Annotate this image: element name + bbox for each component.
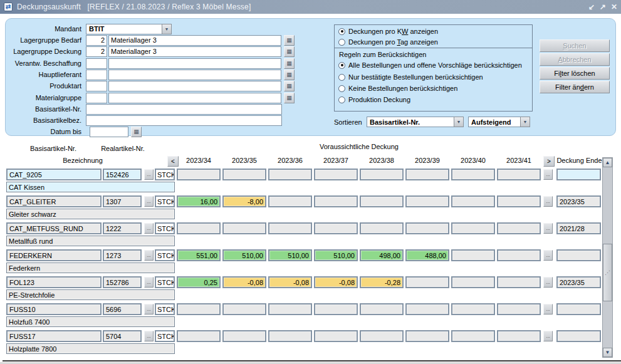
produktart-code-field[interactable] bbox=[86, 81, 107, 91]
article-lookup-button[interactable]: ... bbox=[144, 250, 154, 261]
chevron-down-icon[interactable]: ▼ bbox=[162, 24, 172, 34]
calendar-icon[interactable]: ▦ bbox=[131, 127, 142, 137]
verantw-beschaffung-text-field[interactable] bbox=[108, 58, 281, 69]
week-coverage-cell[interactable] bbox=[451, 303, 495, 315]
week-coverage-cell[interactable] bbox=[177, 169, 221, 180]
bezeichnung-field[interactable]: Gleiter schwarz bbox=[6, 209, 175, 219]
article-lookup-button[interactable]: ... bbox=[144, 304, 154, 315]
week-coverage-cell[interactable]: 488,00 bbox=[405, 249, 449, 261]
week-coverage-cell[interactable]: -0,28 bbox=[360, 276, 404, 288]
article-lookup-button[interactable]: ... bbox=[144, 331, 154, 341]
verantw-beschaffung-lookup-icon[interactable]: ▦ bbox=[284, 58, 295, 69]
scroll-up-icon[interactable]: ▲ bbox=[603, 158, 612, 167]
bezeichnung-field[interactable]: PE-Stretchfolie bbox=[6, 289, 175, 300]
week-coverage-cell[interactable] bbox=[497, 276, 541, 288]
basisartikelbez-field[interactable] bbox=[86, 115, 282, 126]
coverage-detail-button[interactable]: ... bbox=[543, 250, 553, 261]
basisartikel-field[interactable]: CAT_METFUSS_RUND bbox=[6, 222, 102, 234]
materialgruppe-text-field[interactable] bbox=[108, 93, 281, 103]
minimize-icon[interactable]: ↙ bbox=[588, 3, 595, 11]
deckung-ende-field[interactable] bbox=[556, 303, 601, 315]
week-coverage-cell[interactable] bbox=[314, 303, 358, 315]
basisartikel-field[interactable]: FOL123 bbox=[6, 276, 102, 288]
radio-icon[interactable] bbox=[338, 28, 345, 35]
week-coverage-cell[interactable] bbox=[222, 330, 266, 342]
week-coverage-cell[interactable] bbox=[405, 195, 449, 207]
week-coverage-cell[interactable]: 498,00 bbox=[360, 249, 404, 261]
deckung-ende-field[interactable]: 2021/28 bbox=[556, 222, 601, 234]
mandant-combobox[interactable]: BTIT ▼ bbox=[86, 24, 172, 34]
week-coverage-cell[interactable]: -0,08 bbox=[268, 276, 312, 288]
radio-alle-bestellungen[interactable]: Alle Bestellungen und offene Vorschläge … bbox=[338, 61, 522, 70]
week-coverage-cell[interactable]: 510,00 bbox=[314, 249, 358, 261]
week-coverage-cell[interactable] bbox=[451, 330, 495, 342]
week-coverage-cell[interactable] bbox=[360, 303, 404, 315]
week-coverage-cell[interactable] bbox=[360, 330, 404, 342]
produktart-lookup-icon[interactable]: ▦ bbox=[284, 81, 295, 91]
article-lookup-button[interactable]: ... bbox=[144, 196, 154, 207]
basisartikel-field[interactable]: CAT_GLEITER bbox=[6, 195, 102, 207]
week-coverage-cell[interactable]: -0,08 bbox=[314, 276, 358, 288]
materialgruppe-lookup-icon[interactable]: ▦ bbox=[284, 93, 295, 103]
week-coverage-cell[interactable] bbox=[405, 330, 449, 342]
radio-nur-bestaetigte[interactable]: Nur bestätigte Bestellungen berücksichti… bbox=[338, 73, 483, 81]
week-coverage-cell[interactable] bbox=[314, 330, 358, 342]
radio-icon[interactable] bbox=[338, 39, 345, 46]
realartikel-field[interactable]: 1307 bbox=[103, 195, 142, 207]
suchen-button[interactable]: Suchen bbox=[540, 39, 610, 52]
week-coverage-cell[interactable]: 551,00 bbox=[177, 249, 221, 261]
week-coverage-cell[interactable] bbox=[177, 303, 221, 315]
close-icon[interactable]: ✕ bbox=[611, 3, 617, 11]
article-lookup-button[interactable]: ... bbox=[144, 169, 154, 180]
bezeichnung-field[interactable]: Holzplatte 7800 bbox=[6, 343, 175, 354]
basisartikel-field[interactable]: FEDERKERN bbox=[6, 249, 102, 261]
deckung-ende-field[interactable] bbox=[556, 169, 601, 180]
restore-icon[interactable]: ↗ bbox=[600, 3, 606, 11]
week-coverage-cell[interactable] bbox=[268, 303, 312, 315]
lagergruppe-bedarf-code-field[interactable]: 2 bbox=[86, 35, 107, 46]
week-coverage-cell[interactable] bbox=[497, 195, 541, 207]
radio-deckungen-pro-kw[interactable]: Deckungen pro KW anzeigen bbox=[338, 27, 438, 36]
hauptlieferant-text-field[interactable] bbox=[108, 70, 281, 80]
sort-field-combobox[interactable]: Basisartikel-Nr. ▼ bbox=[367, 117, 464, 127]
week-coverage-cell[interactable] bbox=[497, 222, 541, 234]
realartikel-field[interactable]: 152786 bbox=[103, 276, 142, 288]
week-coverage-cell[interactable]: -8,00 bbox=[222, 195, 266, 207]
radio-keine-bestellungen[interactable]: Keine Bestellungen berücksichtigen bbox=[338, 84, 457, 93]
coverage-detail-button[interactable]: ... bbox=[543, 223, 553, 234]
lagergruppe-deckung-lookup-icon[interactable]: ▦ bbox=[284, 46, 295, 57]
coverage-detail-button[interactable]: ... bbox=[543, 331, 553, 341]
verantw-beschaffung-code-field[interactable] bbox=[86, 58, 107, 69]
filter-aendern-button[interactable]: Filter ändern bbox=[540, 81, 610, 93]
week-coverage-cell[interactable] bbox=[268, 169, 312, 180]
week-coverage-cell[interactable] bbox=[360, 195, 404, 207]
week-coverage-cell[interactable] bbox=[451, 276, 495, 288]
week-coverage-cell[interactable] bbox=[314, 169, 358, 180]
week-coverage-cell[interactable] bbox=[268, 195, 312, 207]
lagergruppe-bedarf-lookup-icon[interactable]: ▦ bbox=[284, 35, 295, 46]
basisartikel-nr-field[interactable] bbox=[86, 104, 282, 115]
week-coverage-cell[interactable] bbox=[497, 249, 541, 261]
coverage-detail-button[interactable]: ... bbox=[543, 277, 553, 288]
week-coverage-cell[interactable] bbox=[222, 222, 266, 234]
scrollbar-thumb[interactable]: ⋰ bbox=[603, 244, 612, 301]
deckung-ende-field[interactable]: 2023/35 bbox=[556, 276, 601, 288]
deckung-ende-field[interactable] bbox=[556, 249, 601, 261]
week-coverage-cell[interactable] bbox=[360, 222, 404, 234]
week-coverage-cell[interactable] bbox=[405, 169, 449, 180]
scroll-weeks-right-button[interactable]: > bbox=[543, 156, 555, 167]
produktart-text-field[interactable] bbox=[108, 81, 281, 91]
radio-icon[interactable] bbox=[338, 96, 345, 103]
week-coverage-cell[interactable] bbox=[451, 169, 495, 180]
week-coverage-cell[interactable] bbox=[314, 222, 358, 234]
week-coverage-cell[interactable] bbox=[497, 169, 541, 180]
hauptlieferant-lookup-icon[interactable]: ▦ bbox=[284, 70, 295, 80]
lagergruppe-deckung-code-field[interactable]: 2 bbox=[86, 46, 107, 57]
week-coverage-cell[interactable] bbox=[177, 222, 221, 234]
week-coverage-cell[interactable] bbox=[360, 169, 404, 180]
week-coverage-cell[interactable] bbox=[451, 249, 495, 261]
week-coverage-cell[interactable] bbox=[405, 303, 449, 315]
week-coverage-cell[interactable]: 16,00 bbox=[177, 195, 221, 207]
realartikel-field[interactable]: 152426 bbox=[103, 169, 142, 180]
week-coverage-cell[interactable] bbox=[268, 330, 312, 342]
